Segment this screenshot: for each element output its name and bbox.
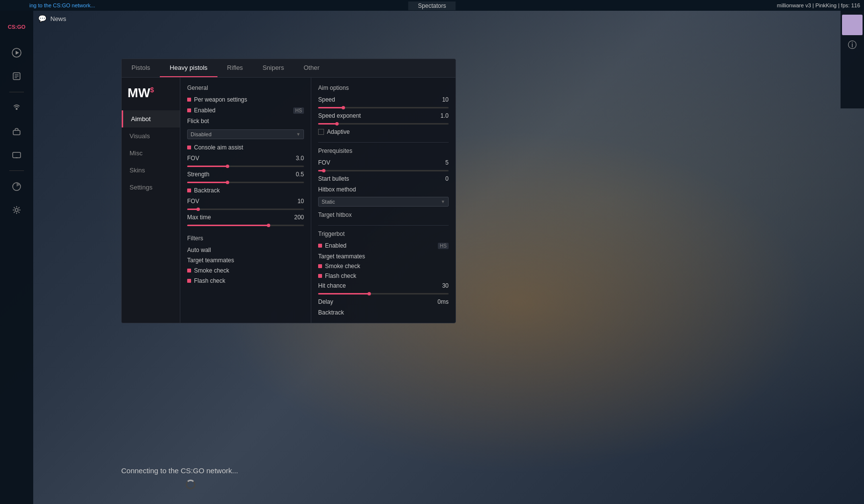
maxtime-slider[interactable] — [187, 225, 304, 226]
delay-value: 0ms — [434, 298, 449, 305]
backtrack-fov-slider[interactable] — [187, 209, 304, 210]
hitbox-method-dropdown[interactable]: Static ▼ — [318, 197, 449, 207]
sidebar-play-icon[interactable] — [7, 43, 26, 63]
svg-rect-9 — [13, 152, 21, 158]
fov-slider[interactable] — [187, 166, 304, 167]
flash-check-dot — [187, 279, 191, 283]
hit-chance-slider[interactable] — [318, 293, 449, 294]
top-bar: ing to the CS:GO network... Spectators m… — [0, 0, 864, 11]
main-panel: Pistols Heavy pistols Rifles Snipers Oth… — [121, 59, 456, 323]
prereq-fov-row: FOV 5 — [318, 159, 449, 166]
tab-heavy-pistols[interactable]: Heavy pistols — [160, 59, 217, 77]
prereq-fov-label: FOV — [318, 159, 330, 166]
backtrack-label: Backtrack — [187, 187, 220, 194]
triggerbot-section: Triggerbot Enabled HS Target teammates — [318, 231, 449, 316]
start-bullets-value: 0 — [434, 175, 449, 182]
sidebar-settings-icon[interactable] — [7, 200, 26, 220]
content-area: General Per weapon settings Enabled HS — [180, 78, 455, 323]
strength-label: Strength — [187, 171, 209, 178]
general-section-title: General — [187, 84, 304, 91]
nav-skins[interactable]: Skins — [122, 162, 180, 179]
adaptive-row: Adaptive — [318, 128, 449, 135]
per-weapon-row: Per weapon settings — [187, 96, 304, 103]
svg-text:CS:GO: CS:GO — [8, 24, 26, 30]
tab-bar: Pistols Heavy pistols Rifles Snipers Oth… — [122, 59, 455, 78]
prereq-fov-slider[interactable] — [318, 170, 449, 171]
spectators-area: Spectators — [408, 1, 455, 10]
target-teammates-row: Target teammates — [187, 257, 304, 264]
enabled-label: Enabled — [187, 107, 216, 114]
strength-slider[interactable] — [187, 182, 304, 183]
hit-chance-row: Hit chance 30 — [318, 282, 449, 289]
maxtime-thumb — [267, 224, 270, 227]
left-column: General Per weapon settings Enabled HS — [180, 78, 311, 323]
prerequisites-section: Prerequisites FOV 5 Start bullets — [318, 147, 449, 218]
nav-settings[interactable]: Settings — [122, 179, 180, 196]
fov-label: FOV — [187, 155, 199, 162]
smoke-check-dot — [187, 269, 191, 273]
connecting-text-top: ing to the CS:GO network... — [29, 2, 95, 8]
target-hitbox-label: Target hitbox — [318, 211, 449, 218]
nav-aimbot[interactable]: Aimbot — [122, 110, 180, 127]
right-panel: ⓘ — [841, 11, 864, 108]
trigger-enabled-label: Enabled — [318, 242, 346, 249]
maxtime-label: Max time — [187, 214, 211, 221]
nav-visuals[interactable]: Visuals — [122, 127, 180, 145]
backtrack-section-row: Backtrack — [187, 187, 304, 194]
tab-pistols[interactable]: Pistols — [122, 59, 160, 77]
speed-slider[interactable] — [318, 107, 449, 108]
backtrack-fov-row: FOV 10 — [187, 198, 304, 205]
flash-check-row: Flash check — [187, 277, 304, 284]
trigger-hs-badge: HS — [438, 243, 449, 249]
backtrack-dot — [187, 189, 191, 192]
divider-1 — [318, 142, 449, 143]
logo-dollar: $ — [150, 86, 154, 94]
spectators-button[interactable]: Spectators — [408, 1, 455, 10]
fov-row: FOV 3.0 — [187, 155, 304, 162]
speed-exp-slider[interactable] — [318, 123, 449, 125]
backtrack-fov-thumb — [196, 208, 200, 211]
adaptive-checkbox[interactable] — [318, 129, 324, 135]
sidebar-signal-icon[interactable] — [7, 98, 26, 118]
prereq-fov-thumb — [322, 169, 325, 172]
hitbox-method-row: Hitbox method — [318, 186, 449, 193]
maxtime-value: 200 — [289, 214, 304, 221]
tab-rifles[interactable]: Rifles — [217, 59, 253, 77]
flickbot-dropdown[interactable]: Disabled ▼ — [187, 129, 304, 139]
speed-thumb — [342, 106, 345, 109]
sidebar-chart-icon[interactable] — [7, 177, 26, 196]
info-icon[interactable]: ⓘ — [848, 39, 857, 51]
tab-snipers[interactable]: Snipers — [253, 59, 294, 77]
trigger-flash-dot — [318, 274, 322, 278]
speed-row: Speed 10 — [318, 96, 449, 103]
speed-label: Speed — [318, 96, 335, 103]
start-bullets-row: Start bullets 0 — [318, 175, 449, 182]
sidebar-tv-icon[interactable] — [7, 145, 26, 165]
speed-exponent-row: Speed exponent 1.0 — [318, 112, 449, 119]
trigger-flash-check: Flash check — [318, 273, 449, 279]
nav-misc[interactable]: Misc — [122, 145, 180, 162]
sidebar-briefcase-icon[interactable] — [7, 122, 26, 141]
prereq-title: Prerequisites — [318, 147, 449, 154]
strength-value: 0.5 — [289, 171, 304, 178]
csgo-logo: CS:GO — [4, 16, 29, 35]
target-hitbox-row: Target hitbox — [318, 211, 449, 218]
trigger-enabled-row: Enabled HS — [318, 242, 449, 249]
trigger-backtrack: Backtrack — [318, 309, 449, 316]
smoke-check-row: Smoke check — [187, 267, 304, 274]
tab-other[interactable]: Other — [294, 59, 329, 77]
mw-logo: MW$ — [122, 85, 180, 110]
maxtime-row: Max time 200 — [187, 214, 304, 221]
sidebar-divider-1 — [9, 92, 24, 92]
hit-chance-value: 30 — [434, 282, 449, 289]
news-label: News — [50, 15, 66, 22]
sidebar-news-icon[interactable] — [7, 66, 26, 86]
svg-point-12 — [15, 209, 18, 211]
backtrack-fov-label: FOV — [187, 198, 199, 205]
console-aim-assist-row: Console aim assist — [187, 144, 304, 151]
panel-body: MW$ Aimbot Visuals Misc Skins Settings G… — [122, 78, 455, 323]
delay-row: Delay 0ms — [318, 298, 449, 305]
hit-chance-fill — [318, 293, 370, 294]
sidebar-divider-2 — [9, 170, 24, 171]
filters-section-title: Filters — [187, 235, 304, 242]
